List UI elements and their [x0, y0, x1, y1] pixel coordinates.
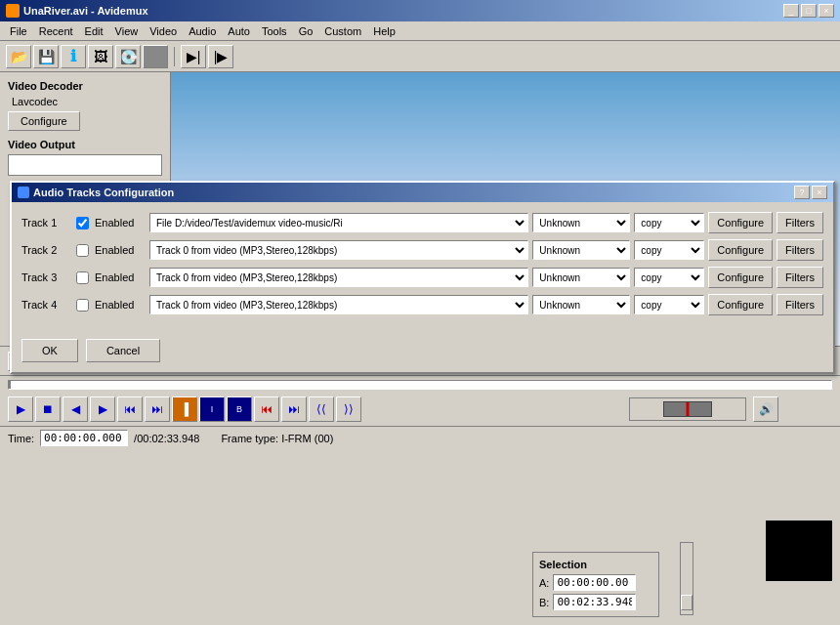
track-4-checkbox[interactable]: [76, 299, 89, 312]
track-4-copy-select[interactable]: copy: [634, 295, 704, 314]
track-3-configure-button[interactable]: Configure: [708, 267, 773, 288]
dialog-help-button[interactable]: ?: [794, 186, 810, 199]
track-3-filters-button[interactable]: Filters: [777, 267, 823, 288]
dialog-cancel-button[interactable]: Cancel: [86, 339, 160, 362]
dialog-icon: [18, 187, 29, 198]
track-1-configure-button[interactable]: Configure: [708, 212, 773, 233]
dialog-buttons: OK Cancel: [12, 331, 833, 372]
audio-tracks-dialog: Audio Tracks Configuration ? × Track 1 E…: [10, 181, 835, 374]
track-2-configure-button[interactable]: Configure: [708, 239, 773, 261]
track-3-label: Track 3: [21, 271, 72, 283]
track-3-file-select[interactable]: Track 0 from video (MP3,Stereo,128kbps): [149, 268, 528, 287]
track-4-filters-button[interactable]: Filters: [777, 294, 823, 315]
track-2-file-select[interactable]: Track 0 from video (MP3,Stereo,128kbps): [149, 240, 528, 260]
dialog-title-left: Audio Tracks Configuration: [18, 187, 174, 198]
dialog-content: Track 1 Enabled File D:/video/Test/avide…: [12, 202, 833, 331]
dialog-close-button[interactable]: ×: [812, 186, 827, 199]
track-1-label: Track 1: [21, 217, 72, 229]
track-4-label: Track 4: [21, 299, 72, 311]
track-1-copy-select[interactable]: copy: [634, 213, 704, 232]
track-1-checkbox[interactable]: [76, 217, 89, 229]
track-3-row: Track 3 Enabled Track 0 from video (MP3,…: [21, 267, 823, 288]
track-2-codec-select[interactable]: Unknown: [532, 240, 630, 260]
track-1-row: Track 1 Enabled File D:/video/Test/avide…: [21, 212, 823, 233]
track-3-copy-select[interactable]: copy: [634, 268, 704, 287]
track-1-codec-select[interactable]: Unknown: [532, 213, 630, 232]
track-3-codec-select[interactable]: Unknown: [532, 268, 630, 287]
track-3-checkbox[interactable]: [76, 271, 89, 284]
dialog-title-controls: ? ×: [794, 186, 827, 199]
track-2-enabled-label: Enabled: [95, 244, 146, 256]
track-2-filters-button[interactable]: Filters: [777, 239, 823, 261]
dialog-title-bar: Audio Tracks Configuration ? ×: [12, 183, 833, 202]
track-1-file-select[interactable]: File D:/video/Test/avidemux video-music/…: [149, 213, 528, 232]
dialog-ok-button[interactable]: OK: [21, 339, 78, 362]
track-4-enabled-label: Enabled: [95, 299, 146, 311]
track-2-label: Track 2: [21, 244, 72, 256]
track-1-filters-button[interactable]: Filters: [777, 212, 823, 233]
track-4-file-select[interactable]: Track 0 from video (MP3,Stereo,128kbps): [149, 295, 528, 314]
track-4-configure-button[interactable]: Configure: [708, 294, 773, 315]
dialog-title: Audio Tracks Configuration: [33, 187, 174, 198]
track-1-enabled-label: Enabled: [95, 217, 146, 229]
track-2-copy-select[interactable]: copy: [634, 240, 704, 260]
track-3-enabled-label: Enabled: [95, 271, 146, 283]
track-2-checkbox[interactable]: [76, 244, 89, 257]
track-4-row: Track 4 Enabled Track 0 from video (MP3,…: [21, 294, 823, 315]
track-2-row: Track 2 Enabled Track 0 from video (MP3,…: [21, 239, 823, 261]
dialog-overlay: Audio Tracks Configuration ? × Track 1 E…: [0, 0, 840, 625]
track-4-codec-select[interactable]: Unknown: [532, 295, 630, 314]
